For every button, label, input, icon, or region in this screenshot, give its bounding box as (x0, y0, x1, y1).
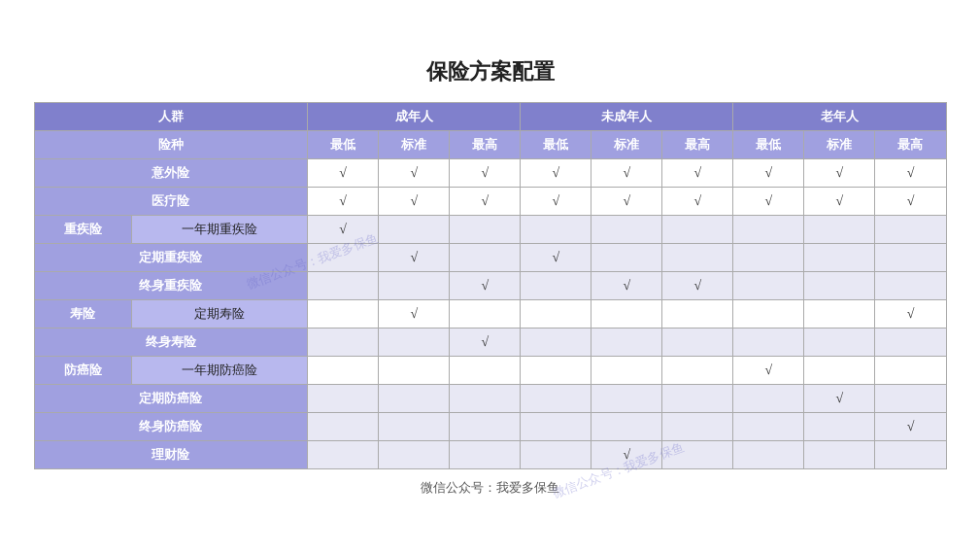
data-cell: √ (450, 271, 521, 299)
data-cell (379, 412, 450, 440)
data-cell: √ (379, 243, 450, 271)
sub-label: 一年期防癌险 (131, 356, 308, 384)
data-cell (308, 384, 379, 412)
table-row: 定期重疾险√√ (34, 243, 946, 271)
th-minor-std: 标准 (591, 130, 662, 158)
table-row: 防癌险一年期防癌险√ (34, 356, 946, 384)
data-cell (308, 440, 379, 468)
data-cell (591, 215, 662, 243)
th-adult: 成年人 (308, 102, 521, 130)
data-cell (662, 328, 733, 356)
data-cell: √ (733, 187, 804, 215)
table-row: 终身防癌险√ (34, 412, 946, 440)
data-cell (875, 215, 946, 243)
checkmark: √ (836, 193, 844, 208)
th-adult-std: 标准 (379, 130, 450, 158)
table-row: 终身寿险√ (34, 328, 946, 356)
th-elderly: 老年人 (733, 102, 946, 130)
checkmark: √ (694, 278, 702, 293)
data-cell (733, 328, 804, 356)
data-cell: √ (591, 187, 662, 215)
data-cell (591, 384, 662, 412)
checkmark: √ (907, 306, 915, 321)
data-cell: √ (308, 187, 379, 215)
data-cell: √ (662, 187, 733, 215)
data-cell (875, 243, 946, 271)
data-cell (450, 215, 521, 243)
data-cell: √ (804, 158, 875, 187)
data-cell (308, 299, 379, 328)
data-cell: √ (662, 158, 733, 187)
table-row: 终身重疾险√√√ (34, 271, 946, 299)
th-minor-high: 最高 (662, 130, 733, 158)
data-cell (591, 243, 662, 271)
th-minor-low: 最低 (521, 130, 591, 158)
data-cell: √ (521, 243, 591, 271)
data-cell (450, 440, 521, 468)
data-cell (733, 243, 804, 271)
data-cell (804, 328, 875, 356)
checkmark: √ (623, 278, 630, 293)
data-cell (662, 299, 733, 328)
data-cell (875, 271, 946, 299)
data-cell (521, 384, 591, 412)
checkmark: √ (410, 193, 418, 208)
checkmark: √ (765, 193, 773, 208)
data-cell: √ (804, 187, 875, 215)
checkmark: √ (552, 193, 559, 208)
checkmark: √ (765, 363, 773, 377)
sub-label: 一年期重疾险 (131, 215, 308, 243)
checkmark: √ (623, 193, 630, 208)
standalone-label: 医疗险 (34, 187, 308, 215)
data-cell (875, 356, 946, 384)
th-minor: 未成年人 (521, 102, 733, 130)
data-cell (450, 356, 521, 384)
data-cell (662, 412, 733, 440)
checkmark: √ (410, 250, 418, 264)
data-cell: √ (875, 187, 946, 215)
data-cell (804, 440, 875, 468)
checkmark: √ (907, 165, 915, 180)
data-cell: √ (379, 187, 450, 215)
sub-label: 定期寿险 (131, 299, 308, 328)
th-adult-high: 最高 (450, 130, 521, 158)
checkmark: √ (765, 165, 773, 180)
data-cell (662, 440, 733, 468)
standalone-label: 定期重疾险 (34, 243, 308, 271)
data-cell (521, 299, 591, 328)
table-row: 理财险√ (34, 440, 946, 468)
footer-text: 微信公众号：我爱多保鱼 (34, 479, 947, 497)
data-cell: √ (521, 158, 591, 187)
data-cell (521, 328, 591, 356)
checkmark: √ (552, 250, 559, 264)
page-title: 保险方案配置 (34, 57, 947, 86)
table-container: 微信公众号：我爱多保鱼 微信公众号：我爱多保鱼 人群 成年人 未成年人 老年人 … (34, 102, 947, 469)
category-label: 防癌险 (34, 356, 131, 384)
checkmark: √ (836, 391, 844, 405)
data-cell (804, 243, 875, 271)
data-cell: √ (733, 356, 804, 384)
data-cell: √ (591, 271, 662, 299)
data-cell (450, 243, 521, 271)
page-wrapper: 保险方案配置 微信公众号：我爱多保鱼 微信公众号：我爱多保鱼 人群 成年人 未成… (24, 38, 957, 516)
data-cell (662, 356, 733, 384)
data-cell (308, 328, 379, 356)
data-cell (521, 215, 591, 243)
data-cell: √ (308, 215, 379, 243)
insurance-table: 人群 成年人 未成年人 老年人 险种 最低 标准 最高 最低 标准 最高 最低 … (34, 102, 947, 469)
data-cell (662, 384, 733, 412)
data-cell (733, 271, 804, 299)
data-cell (379, 440, 450, 468)
data-cell (804, 412, 875, 440)
data-cell: √ (875, 158, 946, 187)
data-cell (379, 328, 450, 356)
data-cell (875, 328, 946, 356)
data-cell (521, 271, 591, 299)
standalone-label: 意外险 (34, 158, 308, 187)
checkmark: √ (694, 193, 702, 208)
data-cell: √ (450, 328, 521, 356)
checkmark: √ (481, 334, 489, 349)
data-cell (804, 271, 875, 299)
standalone-label: 定期防癌险 (34, 384, 308, 412)
data-cell: √ (308, 158, 379, 187)
